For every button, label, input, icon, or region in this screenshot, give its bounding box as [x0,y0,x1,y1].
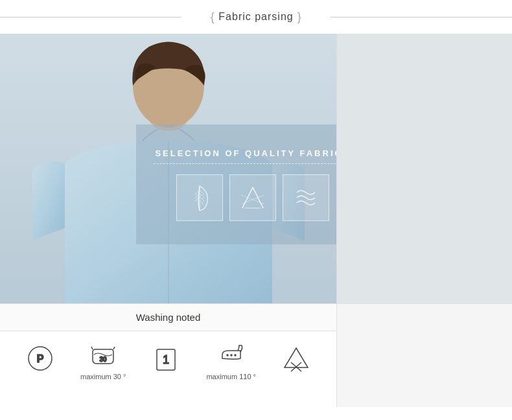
main-image: SELECTION OF QUALITY FABRICS [0,34,336,303]
tumble-dry-item: 1 [152,344,180,377]
svg-line-15 [113,347,115,349]
svg-point-19 [231,355,232,356]
washing-label: Washing noted [136,312,201,323]
dry-clean-icon: P [26,344,54,373]
svg-line-14 [91,347,93,349]
dry-clean-item: P [26,344,54,377]
right-bottom-panel [336,303,512,407]
tumble-dry-icon: 1 [152,344,180,373]
washing-section: Washing noted P 30 [0,303,336,407]
fabric-overlay: SELECTION OF QUALITY FABRICS [136,124,336,244]
fabric-icons-row [176,174,329,221]
wash-30-icon: 30 [89,340,117,369]
washing-header: Washing noted [0,304,336,331]
svg-point-20 [235,355,236,356]
svg-rect-10 [337,34,512,303]
no-bleach-item [282,344,310,377]
brace-right: } [297,10,302,24]
svg-text:P: P [37,353,44,364]
fabric-icon-3 [283,174,329,221]
svg-point-18 [227,355,228,356]
iron-icon [217,340,246,369]
fabric-icon-2 [229,174,276,221]
fabric-icon-1 [176,174,223,221]
right-image-panel [336,34,512,303]
leaf-icon [183,181,216,215]
header-line-right [331,17,512,18]
header-title-area: { Fabric parsing } [211,10,301,24]
weave-icon [236,181,270,215]
no-bleach-icon [282,344,310,373]
main-content-row: SELECTION OF QUALITY FABRICS [0,34,512,303]
header-bar: { Fabric parsing } [0,0,512,34]
wash-30-item: 30 maximum 30 ° [80,340,126,380]
brace-left: { [211,10,215,24]
header-line-left [0,17,181,18]
bottom-section: Washing noted P 30 [0,303,512,407]
iron-110-label: maximum 110 ° [206,373,256,380]
fabric-panel-title: SELECTION OF QUALITY FABRICS [154,148,336,164]
svg-text:30: 30 [100,356,108,363]
right-image-svg [337,34,512,303]
texture-icon [289,181,323,215]
svg-text:1: 1 [163,353,169,366]
wash-30-label: maximum 30 ° [80,373,126,380]
iron-110-item: maximum 110 ° [206,340,256,380]
washing-icons-row: P 30 maximum 30 ° [0,331,336,386]
page-title: Fabric parsing [218,11,293,23]
